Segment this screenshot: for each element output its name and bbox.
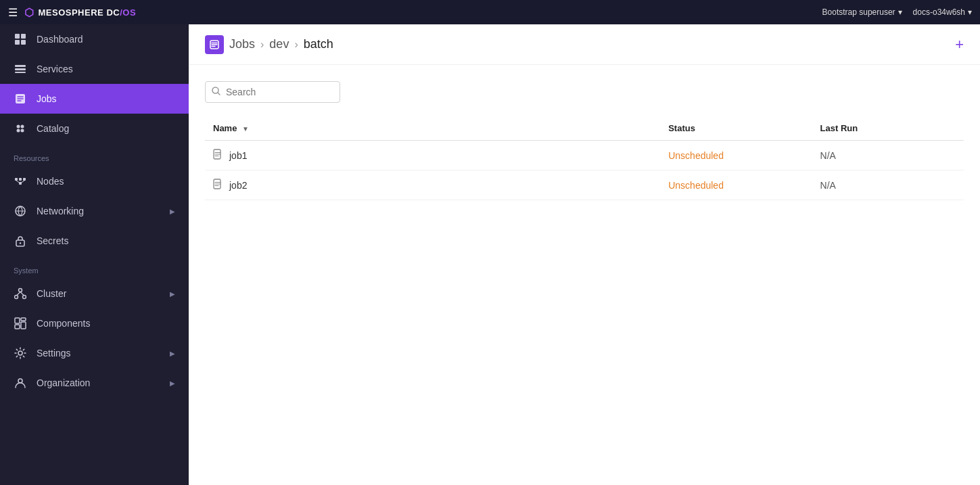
- svg-rect-26: [15, 318, 20, 323]
- organization-icon: [14, 376, 27, 390]
- jobs-breadcrumb-icon: [205, 35, 224, 54]
- sidebar-item-networking[interactable]: Networking ▶: [0, 196, 189, 226]
- svg-rect-12: [15, 178, 18, 181]
- settings-arrow-icon: ▶: [170, 350, 175, 357]
- column-name-header[interactable]: Name ▼: [205, 116, 660, 141]
- job-lastrun-cell: N/A: [812, 141, 964, 170]
- breadcrumb-jobs[interactable]: Jobs: [229, 37, 255, 51]
- networking-arrow-icon: ▶: [170, 208, 175, 215]
- organization-arrow-icon: ▶: [170, 379, 175, 387]
- job-file-icon: [213, 179, 223, 191]
- sidebar-item-label: Jobs: [37, 93, 57, 104]
- svg-point-20: [20, 242, 21, 244]
- sidebar-item-label: Components: [37, 318, 90, 329]
- user-dropdown-icon: ▾: [898, 7, 902, 17]
- svg-rect-13: [19, 178, 22, 181]
- sidebar-item-label: Nodes: [37, 176, 64, 187]
- logo-symbol: ⬡: [24, 6, 34, 19]
- sidebar-item-nodes[interactable]: Nodes: [0, 166, 189, 196]
- sidebar-item-label: Dashboard: [37, 34, 83, 45]
- jobs-icon: [14, 92, 27, 106]
- svg-line-24: [17, 292, 20, 296]
- svg-line-25: [20, 292, 24, 296]
- breadcrumb-sep-2: ›: [294, 39, 298, 51]
- svg-rect-5: [15, 68, 26, 70]
- system-section-label: System: [0, 256, 189, 279]
- svg-point-9: [21, 125, 24, 129]
- sidebar-item-jobs[interactable]: Jobs: [0, 84, 189, 114]
- svg-rect-4: [15, 65, 26, 67]
- settings-icon: [14, 346, 27, 360]
- svg-rect-0: [15, 34, 20, 39]
- job-name: job1: [229, 150, 247, 161]
- content-body: Name ▼ Status Last Run: [189, 65, 980, 485]
- svg-point-10: [17, 129, 20, 133]
- logo: ⬡ MESOSPHERE DC/OS: [24, 6, 136, 19]
- search-input-wrapper: [205, 81, 340, 103]
- breadcrumb-bar: Jobs › dev › batch +: [189, 24, 980, 65]
- sidebar: Dashboard Services Jobs: [0, 24, 189, 485]
- hamburger-icon[interactable]: ☰: [8, 6, 18, 19]
- networking-icon: [14, 204, 27, 218]
- services-icon: [14, 62, 27, 76]
- breadcrumb-sep-1: ›: [260, 39, 264, 51]
- svg-point-11: [21, 129, 24, 133]
- status-badge: Unscheduled: [668, 180, 724, 191]
- sidebar-item-label: Cluster: [37, 288, 66, 299]
- sidebar-item-cluster[interactable]: Cluster ▶: [0, 279, 189, 308]
- secrets-icon: [14, 234, 27, 248]
- last-run-value: N/A: [820, 180, 836, 191]
- job-file-icon: [213, 149, 223, 162]
- svg-rect-2: [15, 40, 20, 45]
- breadcrumb-dev[interactable]: dev: [269, 37, 289, 51]
- sidebar-item-label: Networking: [37, 206, 84, 216]
- jobs-table: Name ▼ Status Last Run: [205, 116, 964, 200]
- sidebar-item-components[interactable]: Components: [0, 308, 189, 338]
- sidebar-item-dashboard[interactable]: Dashboard: [0, 24, 189, 54]
- svg-point-22: [15, 296, 18, 299]
- svg-rect-29: [21, 322, 26, 329]
- svg-point-23: [23, 296, 26, 299]
- table-row[interactable]: job1 Unscheduled N/A: [205, 141, 964, 170]
- sidebar-item-organization[interactable]: Organization ▶: [0, 368, 189, 398]
- svg-rect-14: [23, 178, 26, 181]
- cluster-icon: [14, 287, 27, 300]
- search-icon: [212, 87, 220, 97]
- svg-rect-27: [21, 318, 26, 321]
- search-input[interactable]: [205, 81, 340, 103]
- cluster-dropdown-icon: ▾: [968, 7, 972, 17]
- sidebar-item-label: Settings: [37, 348, 71, 359]
- sidebar-item-catalog[interactable]: Catalog: [0, 114, 189, 143]
- sidebar-item-services[interactable]: Services: [0, 54, 189, 84]
- breadcrumb-batch: batch: [304, 37, 333, 51]
- cluster-arrow-icon: ▶: [170, 290, 175, 298]
- sort-arrow-icon: ▼: [242, 125, 249, 133]
- job-name: job2: [229, 180, 247, 191]
- last-run-value: N/A: [820, 150, 836, 161]
- dashboard-icon: [14, 32, 27, 46]
- table-row[interactable]: job2 Unscheduled N/A: [205, 170, 964, 200]
- svg-rect-3: [21, 40, 26, 45]
- column-status-header: Status: [660, 116, 812, 141]
- sidebar-item-settings[interactable]: Settings ▶: [0, 338, 189, 368]
- topbar: ☰ ⬡ MESOSPHERE DC/OS Bootstrap superuser…: [0, 0, 980, 24]
- catalog-icon: [14, 122, 27, 135]
- resources-section-label: Resources: [0, 143, 189, 166]
- topbar-cluster[interactable]: docs-o34w6sh ▾: [913, 7, 972, 17]
- svg-point-30: [18, 351, 22, 355]
- job-status-cell: Unscheduled: [660, 141, 812, 170]
- nodes-icon: [14, 175, 27, 188]
- topbar-user[interactable]: Bootstrap superuser ▾: [822, 7, 902, 17]
- sidebar-item-secrets[interactable]: Secrets: [0, 226, 189, 256]
- svg-line-34: [218, 93, 220, 95]
- sidebar-item-label: Catalog: [37, 123, 69, 134]
- add-button[interactable]: +: [955, 37, 964, 52]
- svg-rect-28: [15, 325, 20, 329]
- svg-rect-6: [15, 72, 26, 73]
- svg-rect-1: [21, 34, 26, 39]
- logo-text: MESOSPHERE DC/OS: [39, 7, 137, 18]
- breadcrumb: Jobs › dev › batch: [205, 35, 333, 54]
- content-area: Jobs › dev › batch +: [189, 24, 980, 485]
- sidebar-item-label: Services: [37, 64, 73, 74]
- job-status-cell: Unscheduled: [660, 170, 812, 200]
